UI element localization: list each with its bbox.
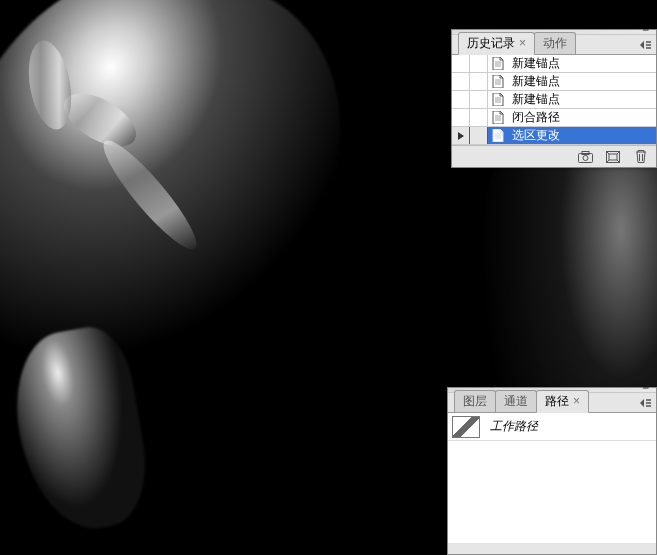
tab-label: 动作 — [543, 36, 567, 50]
history-list: 新建锚点 新建锚点 新建锚点 闭合路径 — [452, 55, 656, 145]
history-marker-cell[interactable] — [452, 109, 470, 126]
document-icon — [488, 91, 508, 108]
tab-label: 图层 — [463, 394, 487, 408]
tab-label: 历史记录 — [467, 36, 515, 50]
panel-menu-button[interactable] — [638, 38, 652, 52]
document-icon — [488, 55, 508, 72]
history-marker-cell[interactable] — [452, 55, 470, 72]
path-thumbnail[interactable] — [452, 416, 480, 438]
delete-button[interactable] — [632, 149, 650, 165]
history-row[interactable]: 新建锚点 — [452, 73, 656, 91]
paths-panel: ━ 图层 通道 路径× 工作路径 — [447, 387, 657, 555]
tab-paths[interactable]: 路径× — [536, 390, 589, 413]
history-label: 选区更改 — [508, 127, 656, 144]
tab-label: 通道 — [504, 394, 528, 408]
current-state-icon — [458, 132, 464, 140]
history-thumb-cell[interactable] — [470, 127, 488, 144]
close-icon[interactable]: × — [573, 394, 580, 408]
tab-channels[interactable]: 通道 — [495, 390, 537, 412]
history-panel: ━ 历史记录× 动作 新建锚点 新建锚点 — [451, 29, 657, 168]
history-marker-cell[interactable] — [452, 91, 470, 108]
history-label: 闭合路径 — [508, 109, 656, 126]
create-snapshot-button[interactable] — [576, 149, 594, 165]
svg-rect-4 — [609, 154, 617, 160]
panel-menu-button[interactable] — [638, 396, 652, 410]
tab-layers[interactable]: 图层 — [454, 390, 496, 412]
minimize-icon[interactable]: ━ — [636, 28, 654, 34]
history-thumb-cell[interactable] — [470, 73, 488, 90]
close-icon[interactable]: × — [519, 36, 526, 50]
history-thumb-cell[interactable] — [470, 55, 488, 72]
document-icon — [488, 127, 508, 144]
paths-list[interactable]: 工作路径 — [448, 413, 656, 543]
history-marker-cell[interactable] — [452, 73, 470, 90]
tab-label: 路径 — [545, 394, 569, 408]
new-document-button[interactable] — [604, 149, 622, 165]
history-thumb-cell[interactable] — [470, 109, 488, 126]
history-footer — [452, 145, 656, 167]
history-label: 新建锚点 — [508, 73, 656, 90]
history-label: 新建锚点 — [508, 91, 656, 108]
tab-actions[interactable]: 动作 — [534, 32, 576, 54]
history-row[interactable]: 新建锚点 — [452, 55, 656, 73]
minimize-icon[interactable]: ━ — [636, 386, 654, 392]
document-icon — [488, 73, 508, 90]
history-label: 新建锚点 — [508, 55, 656, 72]
history-thumb-cell[interactable] — [470, 91, 488, 108]
history-row[interactable]: 闭合路径 — [452, 109, 656, 127]
history-row[interactable]: 新建锚点 — [452, 91, 656, 109]
history-marker-cell[interactable] — [452, 127, 470, 144]
history-row[interactable]: 选区更改 — [452, 127, 656, 145]
path-label: 工作路径 — [484, 418, 538, 435]
svg-point-2 — [583, 155, 588, 160]
history-tab-strip: 历史记录× 动作 — [452, 35, 656, 55]
tab-history[interactable]: 历史记录× — [458, 32, 535, 55]
document-icon — [488, 109, 508, 126]
paths-tab-strip: 图层 通道 路径× — [448, 393, 656, 413]
path-row[interactable]: 工作路径 — [448, 413, 656, 441]
